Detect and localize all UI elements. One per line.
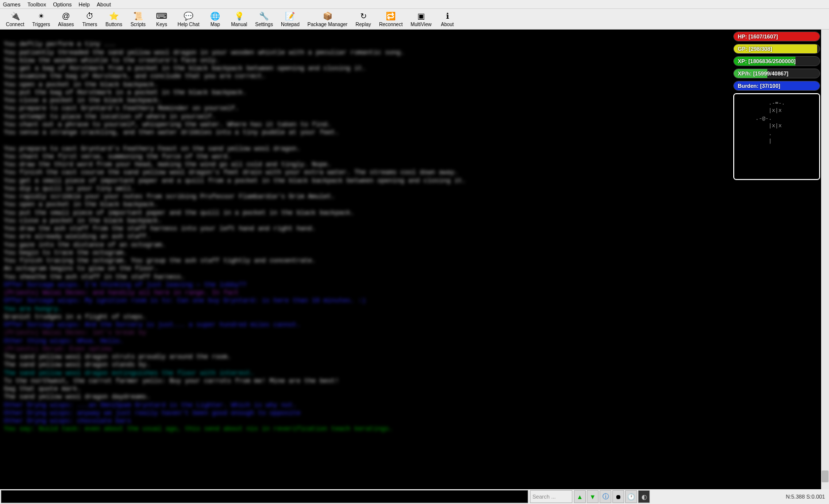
search-up-button[interactable]: ▲ bbox=[574, 490, 586, 503]
gp-bar: GP: [298/308] bbox=[733, 44, 820, 54]
toolbar: 🔌Connect✴Triggers@Aliases⏱Timers⭐Buttons… bbox=[0, 9, 829, 30]
menu-about[interactable]: About bbox=[97, 1, 111, 7]
toolbar-multiview[interactable]: ▣MultiView bbox=[407, 10, 436, 28]
toolbar-keys[interactable]: ⌨Keys bbox=[150, 10, 174, 28]
menubar: Games Toolbox Options Help About bbox=[0, 0, 829, 9]
search-down-button[interactable]: ▼ bbox=[587, 490, 599, 503]
menu-options[interactable]: Options bbox=[53, 1, 72, 7]
toolbar-connect[interactable]: 🔌Connect bbox=[2, 10, 28, 28]
toolbar-replay[interactable]: ↻Replay bbox=[351, 10, 375, 28]
toolbar-package-manager[interactable]: 📦Package Manager bbox=[303, 10, 351, 28]
hp-bar: HP: [1607/1607] bbox=[733, 32, 820, 41]
toolbar-scripts[interactable]: 📜Scripts bbox=[126, 10, 150, 28]
timestamp-button[interactable]: 🕐 bbox=[625, 490, 637, 503]
command-input[interactable] bbox=[1, 490, 528, 503]
footer: Search ... ▲ ▼ ⓘ ⏺ 🕐 ◐ N:5.388 S:0.001 bbox=[0, 489, 829, 504]
main-area: You deftly perform a tiny ...You patient… bbox=[0, 30, 829, 489]
side-panel: HP: [1607/1607] GP: [298/308] XP: [18068… bbox=[733, 32, 820, 180]
toolbar-about[interactable]: ℹAbout bbox=[436, 10, 459, 28]
toolbar-aliases[interactable]: @Aliases bbox=[54, 10, 78, 28]
info-button[interactable]: ⓘ bbox=[600, 490, 611, 503]
menu-toolbox[interactable]: Toolbox bbox=[27, 1, 46, 7]
minimap: .-=-. |x|x .-@-. |x|x . | bbox=[733, 93, 820, 180]
toolbar-help-chat[interactable]: 💬Help Chat bbox=[174, 10, 203, 28]
toolbar-triggers[interactable]: ✴Triggers bbox=[28, 10, 54, 28]
burden-bar: Burden: [37/100] bbox=[733, 81, 820, 91]
xp-bar: XP: [1806836/2500000] bbox=[733, 56, 820, 66]
toolbar-notepad[interactable]: 📝Notepad bbox=[277, 10, 303, 28]
menu-games[interactable]: Games bbox=[3, 1, 20, 7]
dark-button[interactable]: ◐ bbox=[638, 490, 650, 503]
toolbar-reconnect[interactable]: 🔁Reconnect bbox=[375, 10, 407, 28]
search-input[interactable]: Search ... bbox=[530, 490, 572, 503]
toolbar-manual[interactable]: 💡Manual bbox=[227, 10, 251, 28]
network-status: N:5.388 S:0.001 bbox=[650, 489, 829, 504]
toolbar-map[interactable]: 🌐Map bbox=[203, 10, 227, 28]
scrollbar[interactable] bbox=[821, 30, 829, 489]
record-button[interactable]: ⏺ bbox=[612, 490, 624, 503]
toolbar-buttons[interactable]: ⭐Buttons bbox=[102, 10, 126, 28]
toolbar-settings[interactable]: 🔧Settings bbox=[251, 10, 277, 28]
xph-bar: XP/h: [15999/40867] bbox=[733, 69, 820, 78]
menu-help[interactable]: Help bbox=[78, 1, 90, 7]
console-output: You deftly perform a tiny ...You patient… bbox=[0, 30, 829, 489]
toolbar-timers[interactable]: ⏱Timers bbox=[78, 10, 102, 28]
scrollbar-thumb[interactable] bbox=[822, 470, 829, 482]
